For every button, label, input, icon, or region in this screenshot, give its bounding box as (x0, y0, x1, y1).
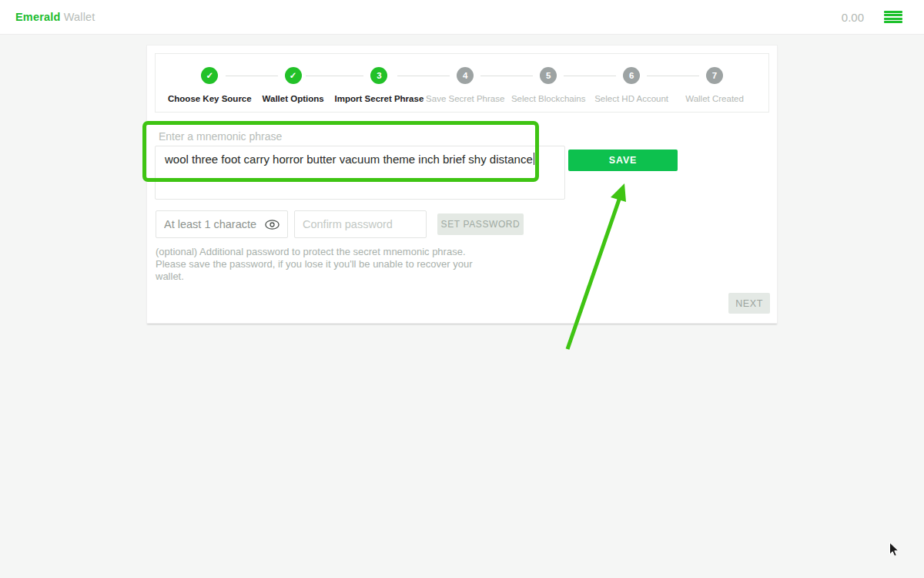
step-label: Select HD Account (590, 94, 673, 103)
step-select-blockchains: 5 Select Blockchains (507, 67, 590, 103)
password-input[interactable] (164, 218, 264, 230)
step-connector (647, 76, 699, 76)
step-connector (226, 76, 278, 76)
next-button[interactable]: NEXT (728, 293, 770, 314)
eye-icon[interactable] (264, 217, 280, 232)
step-connector (480, 76, 533, 76)
wizard-stepper: ✓ Choose Key Source ✓ Wallet Options 3 I… (155, 53, 769, 113)
mnemonic-value: wool three foot carry horror butter vacu… (165, 153, 533, 166)
app-title: EmeraldWallet (15, 11, 95, 23)
confirm-password-field[interactable] (294, 210, 427, 238)
text-caret (534, 153, 535, 165)
step-choose-key-source: ✓ Choose Key Source (168, 67, 252, 103)
step-label: Wallet Options (252, 94, 335, 103)
password-field[interactable] (156, 210, 288, 238)
step-select-hd-account: 6 Select HD Account (590, 67, 673, 103)
step-label: Choose Key Source (168, 94, 252, 103)
step-label: Import Secret Phrase (335, 94, 424, 103)
step-label: Select Blockchains (507, 94, 590, 103)
step-connector (306, 76, 364, 76)
step-label: Save Secret Phrase (424, 94, 507, 103)
hamburger-menu-icon[interactable] (884, 11, 902, 23)
step-connector (564, 76, 616, 76)
step-wallet-created: 7 Wallet Created (673, 67, 756, 103)
check-icon: ✓ (201, 67, 218, 84)
step-save-secret-phrase: 4 Save Secret Phrase (424, 67, 507, 103)
step-number: 7 (706, 67, 723, 84)
step-wallet-options: ✓ Wallet Options (252, 67, 335, 103)
mnemonic-textarea[interactable]: wool three foot carry horror butter vacu… (155, 146, 565, 200)
brand-emerald: Emerald (15, 11, 61, 23)
top-bar: EmeraldWallet 0.00 (0, 0, 924, 35)
step-label: Wallet Created (673, 94, 756, 103)
step-connector (397, 76, 450, 76)
mouse-cursor-icon (889, 542, 901, 559)
check-icon: ✓ (285, 67, 302, 84)
step-number: 4 (457, 67, 474, 84)
total-balance: 0.00 (842, 11, 864, 24)
set-password-button[interactable]: SET PASSWORD (437, 213, 524, 235)
step-number: 6 (623, 67, 640, 84)
create-wallet-card: ✓ Choose Key Source ✓ Wallet Options 3 I… (146, 45, 778, 324)
step-import-secret-phrase: 3 Import Secret Phrase (335, 67, 424, 103)
step-number: 3 (370, 67, 387, 84)
confirm-password-input[interactable] (303, 218, 418, 230)
step-number: 5 (540, 67, 557, 84)
mnemonic-label: Enter a mnemonic phrase (159, 130, 282, 143)
save-button[interactable]: SAVE (568, 150, 678, 171)
brand-wallet: Wallet (64, 11, 95, 23)
password-note: (optional) Additional password to protec… (156, 246, 479, 283)
